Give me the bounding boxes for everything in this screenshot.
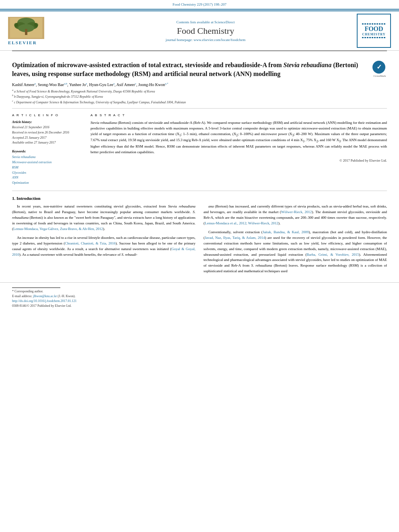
- badge-top-lines: [362, 23, 386, 25]
- accepted-date: Accepted 25 January 2017: [12, 136, 82, 141]
- abstract-text: Stevia rebaudiana (Bertoni) consists of …: [90, 120, 387, 155]
- keyword-4: Glycosides: [12, 170, 82, 176]
- page-wrapper: Food Chemistry 229 (2017) 198–207: [0, 0, 399, 312]
- corresponding-note: * Corresponding author.: [12, 290, 387, 293]
- keyword-3: RSM: [12, 165, 82, 170]
- ref-lemus-1[interactable]: Lemus-Mondaca, Vega-Gálvez, Zura-Bravo, …: [13, 227, 103, 231]
- elsevier-logo: ELSEVIER: [8, 17, 60, 45]
- footer-doi[interactable]: http://dx.doi.org/10.1016/j.foodchem.201…: [12, 299, 387, 303]
- email-label: E-mail address:: [12, 294, 32, 298]
- ref-chranioti[interactable]: Chranioti, Chanioti, & Tzia, 2016: [65, 241, 115, 245]
- introduction-section: 1. Introduction In recent years, non-nut…: [12, 191, 387, 277]
- article-info-heading: A R T I C L E I N F O: [12, 113, 82, 117]
- svg-point-7: [34, 23, 38, 27]
- svg-point-6: [14, 23, 18, 27]
- tree-svg: [10, 18, 42, 38]
- introduction-col2: ana (Bertoni) has increased, and current…: [204, 204, 387, 277]
- ref-barba[interactable]: Barba, Grimi, & Vorobiev, 2015: [306, 253, 359, 257]
- ref-goyal[interactable]: Goyal & Goyal, 2010: [12, 247, 195, 257]
- journal-header: ELSEVIER Contents lists available at Sci…: [0, 10, 399, 51]
- email-address[interactable]: jlhwon@knu.ac.kr: [33, 294, 57, 298]
- content-area: Optimization of microwave-assisted extra…: [0, 51, 399, 282]
- journal-header-right: FOOD CHEMISTRY: [351, 14, 391, 48]
- svg-text:✓: ✓: [376, 64, 382, 70]
- article-title-text: Optimization of microwave-assisted extra…: [12, 61, 368, 105]
- page-footer: * Corresponding author. E-mail address: …: [0, 282, 399, 312]
- available-date: Available online 27 January 2017: [12, 140, 82, 146]
- affiliations: a a School of Food Science & Biotechnolo…: [12, 88, 368, 105]
- email-line: E-mail address: jlhwon@knu.ac.kr (J.-H. …: [12, 294, 387, 298]
- intro-para4: Conventionally, solvent extraction (Jait…: [204, 230, 387, 275]
- authors-line: Kashif Ameera, Seong-Woo Baea,b, Yunhee …: [12, 82, 368, 87]
- badge-chemistry-text: CHEMISTRY: [362, 33, 385, 36]
- revised-date: Received in revised form 26 December 201…: [12, 130, 82, 136]
- journal-title: Food Chemistry: [60, 26, 351, 36]
- elsevier-label: ELSEVIER: [8, 40, 37, 45]
- food-chemistry-badge: FOOD CHEMISTRY: [357, 14, 391, 48]
- science-direct-line: Contents lists available at ScienceDirec…: [60, 20, 351, 24]
- elsevier-tree-graphic: [8, 17, 44, 39]
- homepage-label: journal homepage:: [166, 38, 193, 42]
- homepage-url[interactable]: www.elsevier.com/locate/foodchem: [193, 38, 245, 42]
- ref-jaitak[interactable]: Jaitak, Bandna, & Kaul, 2009: [263, 230, 309, 234]
- keyword-2: Microwave-assisted extraction: [12, 160, 82, 165]
- crossmark-badge: ✓ CrossMark: [372, 61, 387, 78]
- article-info-col: A R T I C L E I N F O Article history: R…: [12, 113, 82, 186]
- doi-bar: Food Chemistry 229 (2017) 198–207: [0, 0, 399, 8]
- footer-divider: [12, 288, 60, 288]
- journal-header-left: ELSEVIER: [8, 17, 60, 45]
- badge-food-text: FOOD: [364, 25, 383, 33]
- article-info-abstract-section: A R T I C L E I N F O Article history: R…: [12, 109, 387, 191]
- article-main-title: Optimization of microwave-assisted extra…: [12, 61, 368, 79]
- keywords-title: Keywords:: [12, 150, 82, 153]
- received-date: Received 21 September 2016: [12, 125, 82, 130]
- crossmark-svg: ✓: [373, 62, 385, 73]
- keyword-5: ANN: [12, 175, 82, 181]
- intro-para2: An increase in obesity has led to a rise…: [12, 235, 195, 258]
- abstract-heading: A B S T R A C T: [90, 113, 387, 117]
- affiliation-a: a a School of Food Science & Biotechnolo…: [12, 90, 155, 93]
- keywords-section: Keywords: Stevia rebaudiana Microwave-as…: [12, 150, 82, 186]
- ref-lemus-2[interactable]: Lemus-Mondaca et al., 2012; Wölwer-Rieck…: [205, 221, 278, 225]
- email-name: (J.-H. Kwon).: [58, 294, 75, 298]
- article-history-title: Article history:: [12, 120, 82, 124]
- intro-para3: ana (Bertoni) has increased, and current…: [204, 204, 387, 226]
- doi-text: Food Chemistry 229 (2017) 198–207: [173, 2, 226, 6]
- keyword-1: Stevia rebaudiana: [12, 155, 82, 160]
- introduction-body: In recent years, non-nutritive natural s…: [12, 204, 387, 277]
- top-divider: [0, 9, 399, 10]
- journal-header-center: Contents lists available at ScienceDirec…: [60, 20, 351, 42]
- introduction-heading: 1. Introduction: [12, 196, 387, 201]
- crossmark-label: CrossMark: [372, 74, 387, 78]
- ref-wolwer-1[interactable]: Wölwer-Rieck, 2012: [281, 210, 312, 214]
- article-title-section: Optimization of microwave-assisted extra…: [12, 56, 387, 109]
- copyright-line: © 2017 Published by Elsevier Ltd.: [90, 158, 387, 162]
- svg-rect-5: [25, 29, 27, 35]
- journal-homepage: journal homepage: www.elsevier.com/locat…: [60, 38, 351, 42]
- introduction-col1: In recent years, non-nutritive natural s…: [12, 204, 195, 277]
- article-history: Article history: Received 21 September 2…: [12, 120, 82, 146]
- footer-issn: 0308-8146/© 2017 Published by Elsevier L…: [12, 304, 387, 308]
- contents-label: Contents lists available at: [177, 20, 214, 24]
- keyword-6: Optimization: [12, 181, 82, 186]
- affiliation-c: c c Department of Computer Science & Inf…: [12, 101, 186, 104]
- crossmark-circle: ✓: [372, 61, 385, 74]
- badge-bottom-lines: [362, 37, 386, 38]
- ref-javad[interactable]: Javad, Naz, Ilyas, Tariq, & Aslam, 2014: [205, 236, 265, 240]
- intro-para1: In recent years, non-nutritive natural s…: [12, 204, 195, 232]
- affiliation-b: b b Daepyung, Sangju-si, Gyeongsangbuk-d…: [12, 95, 103, 99]
- abstract-col: A B S T R A C T Stevia rebaudiana (Berto…: [90, 113, 387, 186]
- science-direct-link-text[interactable]: ScienceDirect: [214, 20, 234, 24]
